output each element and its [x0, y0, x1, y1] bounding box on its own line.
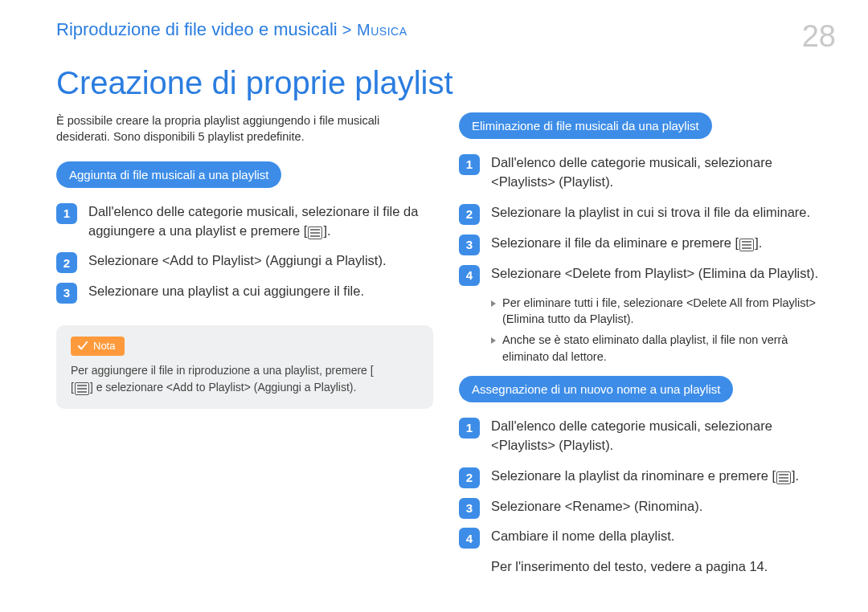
- list-item: 1 Dall'elenco delle categorie musicali, …: [459, 153, 836, 192]
- left-column: È possibile creare la propria playlist a…: [56, 112, 433, 577]
- list-item: 1 Dall'elenco delle categorie musicali, …: [56, 202, 433, 241]
- list-item: 1 Dall'elenco delle categorie musicali, …: [459, 417, 836, 455]
- list-item: 2 Selezionare <Add to Playlist> (Aggiung…: [56, 251, 433, 271]
- list-item: 2 Selezionare la playlist in cui si trov…: [459, 203, 836, 222]
- delete-subnotes: Per eliminare tutti i file, selezionare …: [459, 295, 836, 365]
- content-columns: È possibile creare la propria playlist a…: [56, 112, 836, 577]
- section-pill-delete: Eliminazione di file musicali da una pla…: [459, 112, 712, 139]
- list-item: 3 Selezionare una playlist a cui aggiung…: [56, 282, 433, 301]
- section-pill-rename: Assegnazione di un nuovo nome a una play…: [459, 376, 733, 402]
- step-number: 2: [459, 204, 480, 225]
- page-title: Creazione di proprie playlist: [56, 65, 836, 101]
- breadcrumb: Riproduzione di file video e musicali > …: [56, 19, 407, 40]
- step-number: 3: [459, 498, 480, 519]
- breadcrumb-sub: > Musica: [338, 21, 407, 39]
- subnote: Per eliminare tutti i file, selezionare …: [491, 295, 836, 328]
- list-item: 2 Selezionare la playlist da rinominare …: [459, 467, 836, 486]
- step-number: 2: [56, 252, 77, 273]
- check-icon: [77, 341, 88, 352]
- list-item: 3 Selezionare <Rename> (Rinomina).: [459, 497, 836, 516]
- step-number: 4: [459, 265, 480, 286]
- add-steps: 1 Dall'elenco delle categorie musicali, …: [56, 202, 433, 302]
- list-item: 4 Cambiare il nome della playlist.: [459, 527, 836, 546]
- step-text: Selezionare una playlist a cui aggiunger…: [88, 284, 364, 298]
- step-text: Selezionare la playlist in cui si trova …: [491, 205, 810, 219]
- list-item: 3 Selezionare il file da eliminare e pre…: [459, 234, 836, 253]
- step-number: 1: [459, 418, 480, 439]
- rename-followup: Per l'inserimento del testo, vedere a pa…: [459, 557, 836, 576]
- rename-steps: 1 Dall'elenco delle categorie musicali, …: [459, 417, 836, 547]
- step-text: Dall'elenco delle categorie musicali, se…: [491, 418, 772, 452]
- section-pill-add: Aggiunta di file musicali a una playlist: [56, 161, 281, 188]
- menu-icon: [776, 471, 791, 484]
- delete-steps: 1 Dall'elenco delle categorie musicali, …: [459, 153, 836, 284]
- list-item: 4 Selezionare <Delete from Playlist> (El…: [459, 264, 836, 284]
- note-label: Nota: [93, 338, 115, 354]
- step-text: Selezionare la playlist da rinominare e …: [491, 468, 799, 483]
- step-text: Selezionare <Rename> (Rinomina).: [491, 499, 702, 513]
- step-text: Selezionare <Delete from Playlist> (Elim…: [491, 266, 818, 280]
- step-text: Dall'elenco delle categorie musicali, se…: [491, 155, 772, 189]
- step-text: Selezionare <Add to Playlist> (Aggiungi …: [88, 253, 387, 267]
- step-number: 2: [459, 467, 480, 488]
- step-number: 1: [459, 154, 480, 175]
- breadcrumb-main: Riproduzione di file video e musicali: [56, 19, 338, 39]
- step-number: 3: [459, 235, 480, 255]
- step-number: 1: [56, 203, 77, 224]
- step-text: Selezionare il file da eliminare e preme…: [491, 235, 762, 250]
- menu-icon: [75, 382, 89, 395]
- menu-icon: [308, 226, 322, 239]
- step-number: 3: [56, 283, 77, 304]
- menu-icon: [739, 239, 754, 251]
- page-number: 28: [802, 19, 836, 54]
- right-column: Eliminazione di file musicali da una pla…: [459, 112, 836, 577]
- subnote: Anche se è stato eliminato dalla playlis…: [491, 332, 836, 365]
- step-number: 4: [459, 528, 480, 549]
- note-text: Per aggiungere il file in riproduzione a…: [71, 362, 419, 396]
- note-tag: Nota: [71, 337, 125, 356]
- step-text: Cambiare il nome della playlist.: [491, 528, 674, 543]
- intro-text: È possibile creare la propria playlist a…: [56, 112, 433, 145]
- note-box: Nota Per aggiungere il file in riproduzi…: [56, 325, 433, 409]
- step-text: Dall'elenco delle categorie musicali, se…: [88, 204, 418, 238]
- header: Riproduzione di file video e musicali > …: [56, 19, 836, 54]
